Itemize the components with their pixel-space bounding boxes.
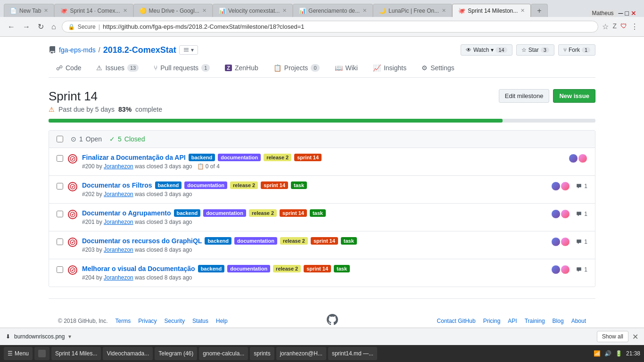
issue-checkbox[interactable] [57,239,63,245]
closed-issues-filter[interactable]: ✓ 5 Closed [109,135,145,143]
label-sprint14[interactable]: sprint 14 [280,209,307,217]
label-release2[interactable]: release 2 [230,181,258,189]
label-backend[interactable]: backend [189,154,215,161]
label-task[interactable]: task [341,237,357,245]
issue-author[interactable]: Joranhezon [104,274,133,281]
help-link[interactable]: Help [216,318,228,324]
taskbar-joranhezon[interactable]: joranhezon@H... [276,347,326,360]
issue-author[interactable]: Joranhezon [104,191,133,197]
taskbar-sprints[interactable]: sprints [250,347,274,360]
tab-close-icon[interactable]: ✕ [442,8,446,14]
blog-link[interactable]: Blog [553,318,564,324]
repo-name-link[interactable]: 2018.2-ComexStat [103,45,176,55]
issue-author[interactable]: Joranhezon [104,247,133,253]
label-backend[interactable]: backend [174,209,201,217]
issue-checkbox[interactable] [57,211,63,217]
tab-code[interactable]: ☍ Code [49,59,89,77]
privacy-link[interactable]: Privacy [138,318,157,324]
label-sprint14[interactable]: sprint 14 [294,154,322,161]
adblock-icon[interactable]: 🛡 [620,22,627,31]
tab-gerenciamento[interactable]: 📊 Gerenciamento de... ✕ [293,4,373,17]
fork-button[interactable]: ⑂ Fork 1 [558,44,595,56]
taskbar-video[interactable]: Videochamada... [103,347,153,360]
taskbar-menu-button[interactable]: ☰ Menu [4,347,33,360]
about-link[interactable]: About [571,318,586,324]
label-release2[interactable]: release 2 [249,209,277,217]
tab-new-tab[interactable]: 📄 New Tab ✕ [4,4,54,17]
taskbar-sprint14md[interactable]: sprint14.md —... [328,347,377,360]
edit-milestone-button[interactable]: Edit milestone [499,89,550,103]
label-documentation[interactable]: documentation [234,237,277,245]
close-btn[interactable]: ✕ [631,9,636,17]
download-chevron-icon[interactable]: ▾ [68,333,71,340]
tab-close-icon[interactable]: ✕ [123,8,127,14]
open-issues-filter[interactable]: ⊙ 1 Open [71,135,102,143]
new-issue-button[interactable]: New issue [553,89,595,103]
tab-velocity[interactable]: 📊 Velocity comexstat... ✕ [213,4,293,17]
issue-author[interactable]: Joranhezon [104,219,133,225]
taskbar-sprint14[interactable]: Sprint 14 Miles... [51,347,101,360]
tab-lunapic[interactable]: 🌙 LunaPic | Free On... ✕ [373,4,452,17]
label-task[interactable]: task [334,265,350,272]
tab-settings[interactable]: ⚙ Settings [414,59,462,77]
taskbar-telegram[interactable]: Telegram (46) [155,347,197,360]
label-sprint14[interactable]: sprint 14 [311,237,338,245]
training-link[interactable]: Training [525,318,545,324]
tab-zenhub[interactable]: Z ZenHub [217,59,266,77]
issue-author[interactable]: Joranhezon [104,163,133,170]
terms-link[interactable]: Terms [116,318,131,324]
label-backend[interactable]: backend [205,237,231,245]
tab-sprint14-milestone[interactable]: 🐙 Sprint 14 Mileston... ✕ [452,4,531,17]
address-field[interactable]: 🔒 Secure | https://github.com/fga-eps-md… [62,21,599,33]
label-documentation[interactable]: documentation [218,154,261,161]
issue-title-link[interactable]: Melhorar o visual da Documentação [82,265,195,272]
issue-checkbox[interactable] [57,183,63,189]
repo-type-badge[interactable]: ▾ [179,45,198,55]
repo-owner-link[interactable]: fga-eps-mds [59,46,96,54]
tab-wiki[interactable]: 📖 Wiki [327,59,365,77]
label-documentation[interactable]: documentation [227,265,270,272]
issue-checkbox[interactable] [57,155,63,162]
restore-btn[interactable]: □ [625,9,629,17]
taskbar-item[interactable] [34,347,50,360]
contact-github-link[interactable]: Contact GitHub [437,318,476,324]
status-link[interactable]: Status [192,318,208,324]
watch-button[interactable]: 👁 Watch ▾ 14 [461,44,512,56]
issue-checkbox[interactable] [57,266,63,273]
bookmark-icon[interactable]: ☆ [602,22,609,31]
tab-close-icon[interactable]: ✕ [363,8,367,14]
tab-projects[interactable]: 📋 Projects 0 [266,59,327,77]
extensions-icon[interactable]: Z [612,22,617,31]
issue-title-link[interactable]: Finalizar a Documentação da API [82,154,186,161]
url-text[interactable]: https://github.com/fga-eps-mds/2018.2-Co… [103,23,304,30]
label-documentation[interactable]: documentation [203,209,246,217]
label-release2[interactable]: release 2 [264,154,291,161]
forward-button[interactable]: → [21,21,32,33]
star-button[interactable]: ☆ Star 3 [516,44,554,56]
show-all-button[interactable]: Show all [597,331,628,342]
tab-insights[interactable]: 📈 Insights [365,59,414,77]
tab-close-icon[interactable]: ✕ [44,8,48,14]
tab-close-icon[interactable]: ✕ [520,8,525,14]
tab-issues[interactable]: ⚠ Issues 13 [89,59,146,77]
pricing-link[interactable]: Pricing [483,318,501,324]
label-sprint14[interactable]: sprint 14 [261,181,288,189]
close-download-bar-icon[interactable]: ✕ [632,332,638,341]
tab-empty[interactable]: + [531,4,547,17]
tab-close-icon[interactable]: ✕ [282,8,287,14]
label-release2[interactable]: release 2 [280,237,308,245]
tab-google-drive[interactable]: 🟡 Meu Drive - Googl... ✕ [133,4,213,17]
tab-close-icon[interactable]: ✕ [202,8,206,14]
taskbar-calculator[interactable]: gnome-calcula... [199,347,248,360]
issue-title-link[interactable]: Documentar os Filtros [82,181,152,189]
label-task[interactable]: task [291,181,307,189]
issue-title-link[interactable]: Documentar os recursos do GraphiQL [82,237,202,245]
label-release2[interactable]: release 2 [273,265,301,272]
label-backend[interactable]: backend [155,181,182,189]
security-link[interactable]: Security [165,318,185,324]
tab-sprint14-comex[interactable]: 🐙 Sprint 14 · Comex... ✕ [54,4,133,17]
back-button[interactable]: ← [6,21,17,33]
label-task[interactable]: task [310,209,326,217]
home-button[interactable]: ⌂ [50,21,58,33]
label-documentation[interactable]: documentation [184,181,227,189]
